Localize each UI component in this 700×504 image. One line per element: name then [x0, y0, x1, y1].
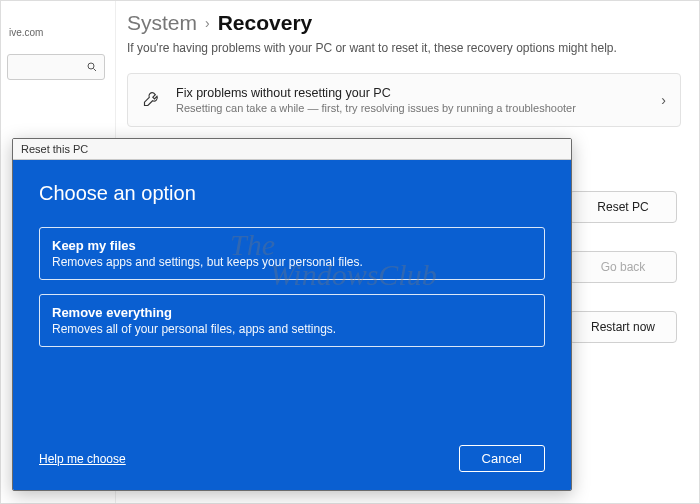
fix-problems-card[interactable]: Fix problems without resetting your PC R…	[127, 73, 681, 127]
option-keep-my-files[interactable]: Keep my files Removes apps and settings,…	[39, 227, 545, 280]
help-me-choose-link[interactable]: Help me choose	[39, 452, 126, 466]
option-title: Keep my files	[52, 238, 532, 253]
page-intro: If you're having problems with your PC o…	[127, 41, 681, 55]
dialog-body: Choose an option Keep my files Removes a…	[13, 160, 571, 490]
cancel-button[interactable]: Cancel	[459, 445, 545, 472]
page-title: Recovery	[218, 11, 313, 35]
dialog-window-title: Reset this PC	[13, 139, 571, 160]
restart-now-button[interactable]: Restart now	[569, 311, 677, 343]
option-title: Remove everything	[52, 305, 532, 320]
search-icon	[86, 61, 98, 73]
option-desc: Removes all of your personal files, apps…	[52, 322, 532, 336]
go-back-button[interactable]: Go back	[569, 251, 677, 283]
recovery-action-buttons: Reset PC Go back Restart now	[569, 191, 677, 343]
main-content: System › Recovery If you're having probl…	[127, 11, 681, 127]
dialog-footer: Help me choose Cancel	[39, 445, 545, 472]
account-email-fragment: ive.com	[9, 27, 109, 38]
option-remove-everything[interactable]: Remove everything Removes all of your pe…	[39, 294, 545, 347]
breadcrumb-parent[interactable]: System	[127, 11, 197, 35]
svg-line-1	[94, 69, 97, 72]
fix-card-text: Fix problems without resetting your PC R…	[176, 86, 576, 114]
dialog-heading: Choose an option	[39, 182, 545, 205]
wrench-icon	[142, 88, 162, 112]
reset-pc-dialog: Reset this PC Choose an option Keep my f…	[12, 138, 572, 491]
svg-point-0	[88, 63, 94, 69]
chevron-right-icon: ›	[661, 92, 666, 108]
search-input[interactable]	[7, 54, 105, 80]
breadcrumb: System › Recovery	[127, 11, 681, 35]
option-desc: Removes apps and settings, but keeps you…	[52, 255, 532, 269]
reset-pc-button[interactable]: Reset PC	[569, 191, 677, 223]
chevron-right-icon: ›	[205, 15, 210, 31]
fix-card-title: Fix problems without resetting your PC	[176, 86, 576, 100]
fix-card-desc: Resetting can take a while — first, try …	[176, 102, 576, 114]
